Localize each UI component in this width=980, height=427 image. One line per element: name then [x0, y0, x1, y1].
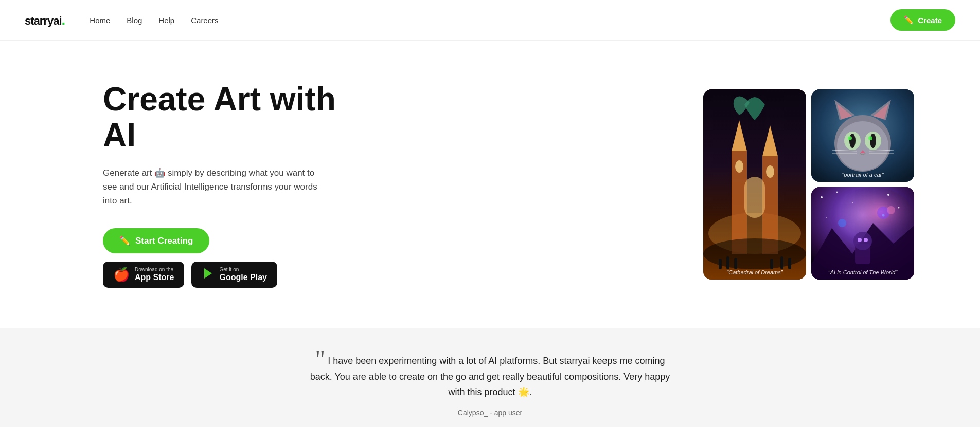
svg-point-38 [836, 192, 838, 193]
svg-point-29 [868, 136, 872, 140]
play-store-icon [202, 267, 214, 283]
art-label-cat: "portrait of a cat" [811, 172, 914, 178]
svg-rect-12 [726, 256, 729, 269]
app-store-main: App Store [135, 272, 174, 282]
nav-link-help[interactable]: Help [158, 16, 174, 25]
svg-point-23 [837, 121, 888, 171]
nav-link-careers[interactable]: Careers [191, 16, 218, 25]
svg-point-9 [766, 165, 774, 178]
svg-point-39 [852, 202, 853, 203]
svg-rect-11 [719, 259, 722, 269]
testimonial-author: Calypso_ - app user [10, 409, 970, 417]
pencil-icon: ✏️ [904, 15, 914, 25]
store-buttons: 🍎 Download on the App Store Get it [103, 262, 277, 288]
svg-rect-15 [780, 256, 783, 269]
start-creating-button[interactable]: ✏️ Start Creating [103, 228, 209, 253]
svg-marker-0 [204, 268, 212, 279]
google-play-button[interactable]: Get it on Google Play [191, 262, 277, 288]
create-button[interactable]: ✏️ Create [890, 9, 955, 31]
hero-buttons: ✏️ Start Creating 🍎 Download on the App … [103, 228, 370, 288]
svg-point-50 [887, 206, 895, 214]
art-label-cathedral: "Cathedral of Dreams" [703, 269, 806, 275]
app-store-button[interactable]: 🍎 Download on the App Store [103, 262, 184, 288]
google-play-sub: Get it on [219, 267, 266, 272]
nav-link-home[interactable]: Home [90, 16, 110, 25]
svg-rect-13 [734, 258, 737, 269]
testimonial-section: " I have been experimenting with a lot o… [0, 328, 980, 427]
svg-point-26 [849, 134, 856, 148]
testimonial-text: " I have been experimenting with a lot o… [305, 353, 675, 400]
svg-point-42 [826, 217, 827, 218]
svg-rect-7 [744, 177, 765, 218]
svg-point-8 [735, 160, 743, 173]
google-play-main: Google Play [219, 272, 266, 282]
navbar: starryai. Home Blog Help Careers ✏️ Crea… [0, 0, 980, 41]
svg-point-48 [864, 238, 868, 242]
apple-icon: 🍎 [113, 267, 130, 283]
pencil-emoji-icon: ✏️ [119, 235, 130, 246]
svg-rect-16 [788, 258, 791, 269]
svg-point-40 [887, 194, 889, 196]
hero-content: Create Art with AI Generate art 🤖 simply… [103, 81, 370, 288]
hero-title: Create Art with AI [103, 81, 370, 154]
svg-point-37 [821, 196, 823, 198]
svg-point-28 [848, 136, 852, 140]
svg-rect-14 [770, 259, 773, 269]
hero-description: Generate art 🤖 simply by describing what… [103, 166, 329, 208]
svg-point-46 [853, 232, 872, 250]
art-card-cat: "portrait of a cat" [811, 89, 914, 182]
app-store-sub: Download on the [135, 267, 174, 272]
hero-section: Create Art with AI Generate art 🤖 simply… [0, 41, 980, 328]
art-card-space: "AI in Control of The World" [811, 187, 914, 280]
svg-point-47 [858, 238, 862, 242]
art-gallery: "Cathedral of Dreams" [703, 89, 914, 280]
svg-point-51 [838, 219, 846, 227]
art-label-space: "AI in Control of The World" [811, 269, 914, 275]
nav-links: Home Blog Help Careers [90, 16, 890, 25]
art-card-cathedral: "Cathedral of Dreams" [703, 89, 806, 280]
open-quote: " [315, 345, 326, 373]
nav-link-blog[interactable]: Blog [127, 16, 142, 25]
logo[interactable]: starryai. [25, 12, 65, 28]
svg-point-27 [870, 134, 876, 148]
svg-point-41 [898, 207, 900, 209]
